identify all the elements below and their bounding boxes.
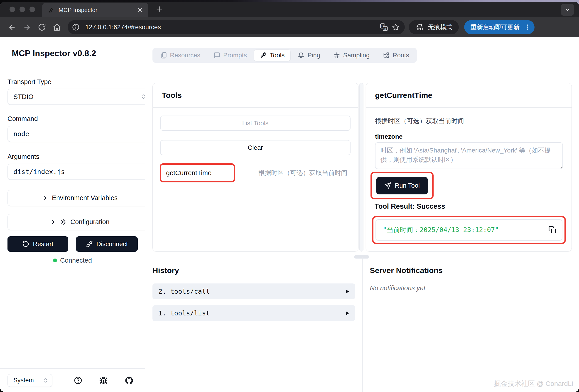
disconnect-button[interactable]: Disconnect [76, 236, 138, 252]
app-title: MCP Inspector v0.8.2 [12, 49, 133, 58]
tab-title: MCP Inspector [59, 6, 133, 14]
history-item[interactable]: 1. tools/list [152, 305, 355, 321]
environment-variables-button[interactable]: Environment Variables [7, 190, 152, 206]
gear-icon [60, 219, 67, 225]
tool-description: 根据时区（可选）获取当前时间 [258, 168, 347, 177]
environment-variables-label: Environment Variables [52, 194, 118, 202]
tool-detail-panel: getCurrentTime 根据时区（可选）获取当前时间 timezone [366, 83, 572, 252]
hammer-icon [260, 52, 267, 59]
bug-icon[interactable] [99, 376, 108, 385]
bookmark-star-icon[interactable] [392, 23, 400, 31]
relaunch-to-update-button[interactable]: 重新启动即可更新 [464, 20, 535, 34]
tool-detail-body: 根据时区（可选）获取当前时间 timezone Run Tool [366, 108, 572, 252]
command-label: Command [7, 115, 138, 123]
tab-search-button[interactable] [561, 4, 574, 16]
tools-panel-title: Tools [153, 83, 358, 108]
tab-ping[interactable]: Ping [292, 50, 326, 61]
tab-close-icon[interactable] [137, 7, 143, 13]
incognito-icon [415, 23, 424, 32]
address-bar[interactable]: 127.0.0.1:6274/#resources G 文 [68, 20, 405, 34]
panel-resize-handle[interactable] [359, 83, 363, 252]
tool-result-value: "当前时间：2025/04/13 23:12:07" [383, 225, 499, 234]
tab-resources[interactable]: Resources [154, 50, 206, 61]
github-icon[interactable] [125, 376, 134, 385]
expand-triangle-icon[interactable] [346, 289, 349, 294]
theme-select[interactable]: System [7, 374, 52, 387]
footer-icons [74, 376, 134, 385]
incognito-badge[interactable]: 无痕模式 [409, 20, 459, 34]
tools-panel-body: List Tools Clear getCurrentTime 根据时区（可选）… [153, 108, 358, 252]
run-tool-label: Run Tool [395, 182, 420, 189]
kebab-menu-icon[interactable] [524, 23, 531, 31]
feature-tabs: Resources Prompts [152, 48, 417, 63]
sidebar-header: MCP Inspector v0.8.2 [0, 37, 145, 67]
tool-list-item: getCurrentTime 根据时区（可选）获取当前时间 [160, 163, 347, 182]
restart-icon [22, 241, 29, 247]
tab-label: Resources [170, 52, 200, 59]
hash-icon [334, 52, 340, 59]
restart-label: Restart [33, 240, 53, 248]
copy-icon[interactable] [548, 226, 557, 234]
url-text[interactable]: 127.0.0.1:6274/#resources [85, 24, 376, 31]
forward-icon[interactable] [20, 21, 34, 34]
sidebar-footer: System [0, 368, 145, 392]
clear-button[interactable]: Clear [160, 140, 351, 155]
tool-result-box: "当前时间：2025/04/13 23:12:07" [375, 219, 563, 241]
window-close-button[interactable] [9, 6, 15, 12]
bell-icon [298, 52, 304, 59]
arguments-label: Arguments [7, 153, 138, 161]
tab-prompts[interactable]: Prompts [208, 50, 253, 61]
tab-label: Ping [307, 52, 320, 59]
expand-triangle-icon[interactable] [346, 311, 349, 315]
configuration-button[interactable]: Configuration [7, 214, 152, 230]
main-content: Resources Prompts [145, 37, 579, 392]
svg-text:文: 文 [384, 27, 387, 30]
sidebar-body: Transport Type STDIO Command Arguments [0, 67, 145, 368]
unplug-icon [86, 241, 93, 247]
timezone-input[interactable] [375, 142, 563, 169]
send-icon [384, 182, 391, 189]
tool-detail-title: getCurrentTime [366, 83, 572, 108]
window-zoom-button[interactable] [29, 6, 35, 12]
timezone-param-label: timezone [375, 133, 403, 140]
tool-name[interactable]: getCurrentTime [166, 169, 212, 177]
site-info-icon[interactable] [70, 21, 82, 33]
reload-icon[interactable] [35, 21, 49, 34]
back-icon[interactable] [5, 21, 19, 34]
tab-label: Sampling [343, 52, 370, 59]
tool-result-heading: Tool Result: Success [374, 202, 445, 211]
translate-icon[interactable]: G 文 [380, 23, 388, 31]
restart-button[interactable]: Restart [7, 236, 68, 252]
watermark: 掘金技术社区 @ ConardLi [494, 379, 573, 388]
browser-tab[interactable]: MCP Inspector [42, 3, 148, 17]
tab-sampling[interactable]: Sampling [328, 50, 376, 61]
theme-value: System [13, 377, 34, 384]
tab-tools[interactable]: Tools [254, 50, 290, 61]
configuration-label: Configuration [70, 218, 110, 226]
tool-detail-description: 根据时区（可选）获取当前时间 [375, 117, 464, 125]
chevron-right-icon [42, 195, 48, 201]
splitter-handle[interactable] [354, 255, 369, 259]
browser-window: MCP Inspector [0, 2, 579, 392]
chevrons-up-down-icon [43, 378, 48, 383]
help-icon[interactable] [74, 376, 82, 385]
selected-tool-annotation[interactable]: getCurrentTime [160, 163, 235, 182]
arguments-input[interactable] [7, 164, 152, 180]
home-icon[interactable] [50, 21, 64, 34]
history-item[interactable]: 2. tools/call [152, 283, 355, 299]
tab-roots[interactable]: Roots [377, 50, 415, 61]
sidebar: MCP Inspector v0.8.2 Transport Type STDI… [0, 37, 145, 392]
command-input[interactable] [7, 126, 152, 142]
list-tools-button[interactable]: List Tools [160, 115, 351, 131]
transport-type-select[interactable]: STDIO [7, 89, 152, 105]
run-tool-annotation: Run Tool [370, 172, 434, 199]
new-tab-button[interactable] [155, 5, 163, 13]
transport-type-value: STDIO [13, 93, 34, 101]
chevron-right-icon [50, 219, 56, 225]
transport-type-label: Transport Type [7, 78, 138, 86]
window-minimize-button[interactable] [19, 6, 25, 12]
tools-panel: Tools List Tools Clear getCurrentTime 根据… [152, 83, 359, 252]
run-tool-button[interactable]: Run Tool [376, 177, 428, 194]
update-label: 重新启动即可更新 [471, 23, 519, 31]
files-icon [160, 52, 167, 59]
